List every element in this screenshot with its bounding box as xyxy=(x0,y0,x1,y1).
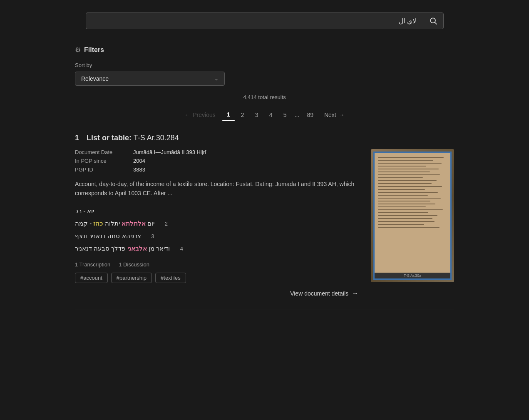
meta-pgp-since-value: 2004 xyxy=(133,158,358,164)
meta-doc-date-label: Document Date xyxy=(75,149,133,155)
trans-line-text-4: ודיאר מן אלבאגי פדלך סבעה דנאניר xyxy=(75,242,170,255)
result-item: 1 List or table: T-S Ar.30.284 Document … xyxy=(75,134,454,310)
trans-line-4: 4 ודיאר מן אלבאגי פדלך סבעה דנאניר xyxy=(75,242,358,255)
search-input[interactable] xyxy=(86,13,423,29)
sort-selected-value: Relevance xyxy=(81,75,109,82)
view-document-details-button[interactable]: View document details → xyxy=(75,290,358,297)
trans-line-3: 3 צרפהא סתה דנאניר ונצף xyxy=(75,230,358,242)
pagination-ellipsis: ... xyxy=(293,109,301,121)
search-button[interactable] xyxy=(423,13,443,28)
tag-partnership[interactable]: #partnership xyxy=(111,273,152,283)
result-links: 1 Transcription 1 Discussion xyxy=(75,261,358,268)
tag-textiles[interactable]: #textiles xyxy=(155,273,186,283)
result-title-type: List or table: xyxy=(87,134,132,142)
trans-highlight-pink-2: אלתלתא xyxy=(122,220,146,227)
trans-highlight-pink-4: אלבאגי xyxy=(127,245,147,252)
trans-line-number-3: 3 xyxy=(146,231,154,242)
filters-header: ⚙ Filters xyxy=(75,46,454,54)
sort-label: Sort by xyxy=(75,62,454,68)
result-number: 1 xyxy=(75,134,83,142)
chevron-down-icon: ⌄ xyxy=(214,76,219,82)
meta-pgp-id-label: PGP ID xyxy=(75,167,133,173)
filters-label: Filters xyxy=(84,46,104,54)
sort-select[interactable]: Relevance ⌄ xyxy=(75,72,225,86)
page-4-button[interactable]: 4 xyxy=(265,109,277,121)
arrow-right-icon xyxy=(339,112,345,118)
manuscript-placeholder: T-S Ar.30a xyxy=(371,149,454,282)
svg-point-0 xyxy=(430,18,435,23)
trans-text-2b: יתלוה xyxy=(103,220,119,227)
svg-line-1 xyxy=(435,22,437,25)
pagination: Previous 1 2 3 4 5 ... 89 Next xyxy=(0,109,529,121)
trans-text-3a: צרפהא סתה דנאניר ונצף xyxy=(75,232,141,239)
page-wrapper: ⚙ Filters Sort by Relevance ⌄ 4,414 tota… xyxy=(0,0,529,331)
result-header: 1 List or table: T-S Ar.30.284 xyxy=(75,134,454,142)
next-label: Next xyxy=(324,112,336,118)
previous-label: Previous xyxy=(193,112,215,118)
trans-line-2: 2 יום אלתלתא יתלוה כהז - קמה xyxy=(75,217,358,230)
next-button[interactable]: Next xyxy=(319,109,350,121)
result-tags: #account #partnership #textiles xyxy=(75,273,358,283)
result-image: T-S Ar.30a xyxy=(371,149,454,282)
result-content: Document Date Jumādā I—Jumādā II 393 Hij… xyxy=(75,149,358,297)
trans-text-normal-2: רכ xyxy=(75,207,82,214)
arrow-left-icon xyxy=(184,112,190,118)
filters-icon: ⚙ xyxy=(75,46,81,54)
result-body: Document Date Jumādā I—Jumādā II 393 Hij… xyxy=(75,149,454,297)
page-89-button[interactable]: 89 xyxy=(303,109,318,121)
trans-separator: - xyxy=(82,207,85,214)
search-icon xyxy=(429,17,437,25)
sort-section: Sort by Relevance ⌄ xyxy=(75,62,454,86)
result-meta: Document Date Jumādā I—Jumādā II 393 Hij… xyxy=(75,149,358,173)
search-bar xyxy=(86,12,444,29)
trans-line-number-4: 4 xyxy=(175,244,183,254)
manuscript-label: T-S Ar.30a xyxy=(375,273,450,278)
tag-account[interactable]: #account xyxy=(75,273,108,283)
page-5-button[interactable]: 5 xyxy=(279,109,291,121)
arrow-right-details-icon: → xyxy=(352,290,358,297)
trans-line-number-2: 2 xyxy=(159,219,168,229)
trans-line-text-3: צרפהא סתה דנאניר ונצף xyxy=(75,230,141,242)
trans-line-text-2: יום אלתלתא יתלוה כהז - קמה xyxy=(75,217,154,230)
trans-line-header-text: יוא - רכ xyxy=(75,205,94,217)
discussion-link[interactable]: 1 Discussion xyxy=(119,261,149,268)
result-title: List or table: T-S Ar.30.284 xyxy=(87,134,179,142)
meta-pgp-since-label: In PGP since xyxy=(75,158,133,164)
trans-text-2a: יום xyxy=(146,220,154,227)
trans-text-4b: פדלך סבעה דנאניר xyxy=(75,245,125,252)
previous-button[interactable]: Previous xyxy=(179,109,220,121)
trans-text-2c: - קמה xyxy=(75,220,92,227)
trans-line-header: יוא - רכ xyxy=(75,205,358,217)
filters-section: ⚙ Filters Sort by Relevance ⌄ xyxy=(75,46,454,86)
trans-text-normal: יוא xyxy=(87,207,94,214)
page-3-button[interactable]: 3 xyxy=(251,109,263,121)
trans-highlight-yellow-2: כהז xyxy=(93,220,103,227)
result-description: Account, day-to-day, of the income of a … xyxy=(75,179,358,198)
trans-text-4a: ודיאר מן xyxy=(147,245,170,252)
transcription-link[interactable]: 1 Transcription xyxy=(75,261,110,268)
meta-doc-date-value: Jumādā I—Jumādā II 393 Hijrī xyxy=(133,149,358,155)
result-footer: 1 Transcription 1 Discussion #account #p… xyxy=(75,261,358,297)
total-results: 4,414 total results xyxy=(0,94,529,100)
result-title-id: T-S Ar.30.284 xyxy=(134,134,179,142)
transcription-lines: יוא - רכ 2 יום אלתלתא יתלוה כהז xyxy=(75,205,358,255)
page-1-button[interactable]: 1 xyxy=(222,109,235,121)
meta-pgp-id-value: 3883 xyxy=(133,167,358,173)
page-2-button[interactable]: 2 xyxy=(236,109,249,121)
view-details-label: View document details xyxy=(290,290,348,297)
